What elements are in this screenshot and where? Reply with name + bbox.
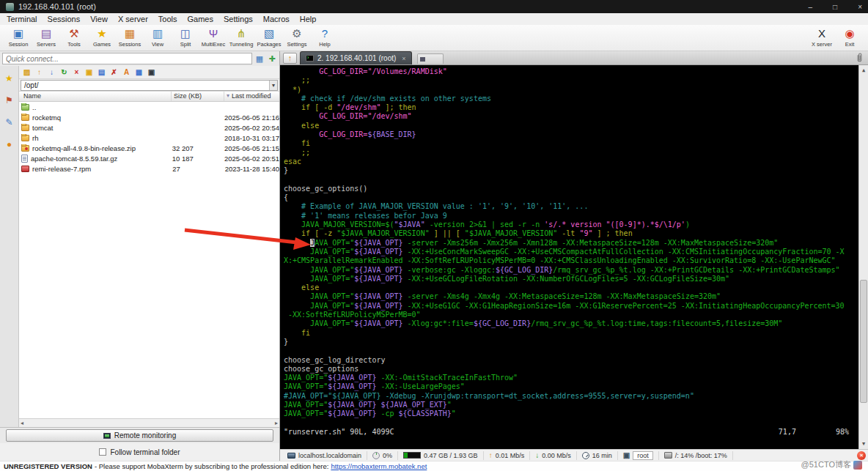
toolbar-settings-button[interactable]: ⚙Settings	[283, 26, 311, 51]
status-cpu-value: 0%	[383, 452, 392, 459]
tab-inactive[interactable]	[417, 53, 444, 64]
parent-folder-icon[interactable]: ▨	[22, 67, 32, 78]
terminal-line: JAVA_OPT="${JAVA_OPT} -cp ${CLASSPATH}"	[284, 409, 858, 418]
rename-icon[interactable]: A	[122, 67, 131, 78]
watermark: @51CTO博客	[801, 459, 862, 470]
minimize-button[interactable]: –	[809, 3, 813, 11]
stop-icon[interactable]: ×	[72, 67, 81, 78]
tools-tab-icon[interactable]: ⚑	[5, 95, 13, 105]
column-header-name[interactable]: Name	[19, 92, 172, 101]
terminal-line: else	[284, 283, 858, 292]
terminal-line: #JAVA_OPT="${JAVA_OPT} -Xdebug -Xrunjdwp…	[284, 392, 858, 401]
toolbar-split-button[interactable]: ◫Split	[172, 26, 199, 51]
vim-status-line: "runserver.sh" 90L, 4099C 71,7 98%	[284, 428, 858, 437]
macros-tab-icon[interactable]: ✎	[5, 117, 12, 127]
upload-icon[interactable]: ↑	[34, 67, 44, 78]
vim-file-info: "runserver.sh" 90L, 4099C	[284, 428, 394, 437]
toolbar-multiexec-button[interactable]: ΨMultiExec	[199, 26, 227, 51]
toolbar-games-button[interactable]: ★Games	[88, 26, 116, 51]
toolbar-xserver-button[interactable]: XX server	[808, 26, 836, 51]
menu-item-sessions[interactable]: Sessions	[43, 15, 86, 23]
settings-icon: ⚙	[284, 26, 309, 41]
column-header-size[interactable]: Size (KB)	[172, 92, 224, 101]
status-upload-speed-value: 0.01 Mb/s	[496, 452, 525, 459]
terminal-screen[interactable]: GC_LOG_DIR="/Volumes/RAMDisk" ;; *) # ch…	[280, 65, 868, 449]
scroll-up-icon[interactable]: ▲	[859, 66, 868, 75]
remote-monitoring-button[interactable]: Remote monitoring	[6, 429, 273, 442]
document-icon[interactable]: ▤	[97, 67, 106, 78]
tab-close-icon[interactable]: ×	[402, 55, 405, 62]
file-row[interactable]: rh2018-10-31 03:17	[19, 133, 279, 143]
status-bar: localhost.localdomain0%0.47 GB / 1.93 GB…	[280, 449, 868, 461]
sftp-tab-icon[interactable]: ●	[7, 139, 12, 149]
tabbar-up-button[interactable]: ↑	[283, 53, 297, 64]
path-select[interactable]: /opt/ ▾	[21, 80, 278, 91]
file-name-cell: rh	[19, 134, 170, 142]
menu-item-settings[interactable]: Settings	[218, 15, 258, 23]
folder-icon	[21, 135, 29, 141]
terminal-line: GC_LOG_DIR=${BASE_DIR}	[284, 130, 858, 139]
toolbar-packages-button[interactable]: ▧Packages	[255, 26, 283, 51]
paperclip-icon[interactable]	[856, 53, 866, 63]
follow-terminal-checkbox[interactable]	[99, 448, 106, 456]
toolbar-sessions-button[interactable]: ▦Sessions	[116, 26, 144, 51]
terminal-line: }	[284, 166, 858, 175]
menu-item-games[interactable]: Games	[183, 15, 218, 23]
unregistered-label: UNREGISTERED VERSION	[4, 462, 92, 470]
status-host: localhost.localdomain	[282, 451, 367, 460]
sessions-grid-icon[interactable]: ▦	[254, 54, 265, 64]
toolbar-help-button[interactable]: ?Help	[311, 26, 339, 51]
terminal-line	[284, 176, 858, 185]
mobatek-link[interactable]: https://mobaxterm.mobatek.net	[331, 462, 427, 470]
file-row[interactable]: apache-tomcat-8.5.59.tar.gz10 1872025-06…	[19, 153, 279, 163]
terminal-sync-icon[interactable]: ▣	[147, 67, 156, 78]
new-folder-icon[interactable]: ▣	[84, 67, 94, 78]
delete-icon[interactable]: ✗	[109, 67, 119, 78]
toolbar-servers-button[interactable]: ▤Servers	[32, 26, 60, 51]
tab-active[interactable]: 2. 192.168.40.101 (root) ×	[300, 51, 412, 64]
terminal-line	[284, 419, 858, 428]
menu-item-x-server[interactable]: X server	[113, 15, 153, 23]
download-icon[interactable]: ↓	[47, 67, 56, 78]
file-modified: 2025-06-05 21:15	[222, 144, 279, 152]
menu-bar: TerminalSessionsViewX serverToolsGamesSe…	[0, 13, 868, 25]
scrollbar-thumb[interactable]	[860, 280, 867, 403]
file-row[interactable]: ..	[19, 102, 279, 112]
chevron-down-icon[interactable]: ▾	[269, 81, 277, 90]
toolbar-exit-button[interactable]: ◉Exit	[836, 26, 864, 51]
status-close-button[interactable]: ×	[857, 451, 866, 460]
tunneling-icon: ⋔	[229, 26, 254, 41]
menu-item-view[interactable]: View	[85, 15, 113, 23]
file-row[interactable]: remi-release-7.rpm272023-11-28 15:40	[19, 163, 279, 174]
horizontal-scrollbar[interactable]: ◂ ▸	[19, 418, 279, 427]
folder-icon	[21, 114, 29, 121]
toolbar-help-label: Help	[312, 41, 337, 48]
quick-connect-input[interactable]	[2, 53, 252, 64]
close-button[interactable]: ×	[858, 3, 862, 11]
scroll-down-icon[interactable]: ▼	[859, 440, 868, 448]
scroll-right-icon[interactable]: ▸	[275, 420, 278, 426]
file-row[interactable]: rocketmq-all-4.9.8-bin-release.zip32 207…	[19, 143, 279, 153]
new-session-icon[interactable]: ✚	[267, 54, 277, 64]
toolbar-tunneling-button[interactable]: ⋔Tunneling	[227, 26, 255, 51]
menu-item-macros[interactable]: Macros	[258, 15, 295, 23]
toolbar-view-button[interactable]: ▥View	[144, 26, 172, 51]
terminal-line: -XX:SoftRefLRUPolicyMSPerMB=0"	[284, 311, 858, 319]
sftp-file-panel: ▨↑↓↻×▣▤✗A▦▣ /opt/ ▾ Name Size (KB) ▾ Las…	[19, 66, 279, 427]
menu-item-tools[interactable]: Tools	[153, 15, 183, 23]
grid-view-icon[interactable]: ▦	[134, 67, 144, 78]
exit-icon: ◉	[837, 26, 862, 41]
refresh-icon[interactable]: ↻	[59, 67, 69, 78]
toolbar-tools-button[interactable]: ⚒Tools	[60, 26, 88, 51]
file-row[interactable]: tomcat2025-06-02 20:54	[19, 122, 279, 133]
terminal-line: if [ -z "$JAVA_MAJOR_VERSION" ] || [ "$J…	[284, 229, 858, 238]
menu-item-terminal[interactable]: Terminal	[1, 15, 43, 23]
scroll-left-icon[interactable]: ◂	[21, 420, 23, 426]
toolbar-session-button[interactable]: ▣Session	[4, 26, 32, 51]
sessions-tab-icon[interactable]: ★	[5, 73, 13, 84]
menu-item-help[interactable]: Help	[295, 15, 322, 23]
file-row[interactable]: rocketmq2025-06-05 21:16	[19, 112, 279, 122]
maximize-button[interactable]: □	[833, 3, 837, 11]
terminal-scrollbar[interactable]: ▲ ▼	[858, 65, 868, 449]
column-header-modified[interactable]: ▾ Last modified	[224, 92, 279, 101]
